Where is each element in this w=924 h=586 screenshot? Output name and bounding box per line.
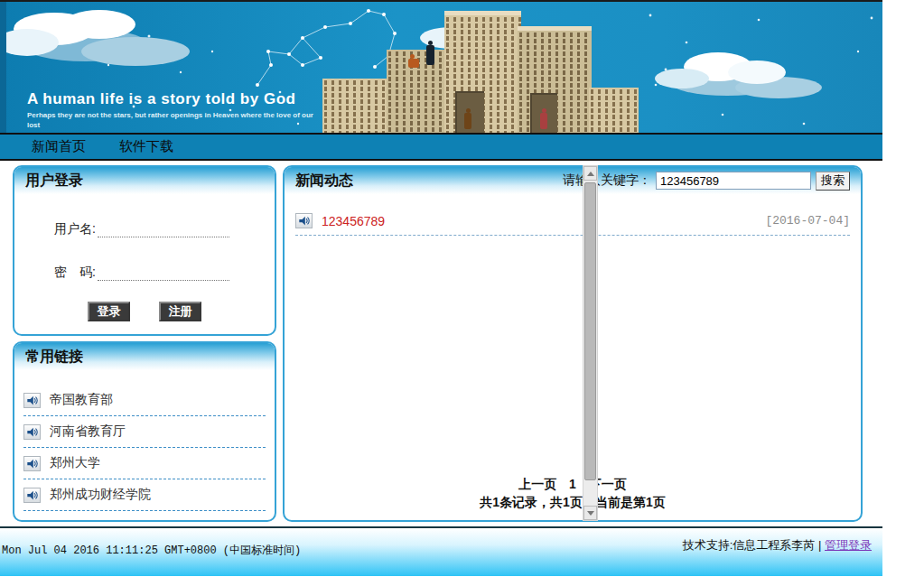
footer-divider: | bbox=[818, 538, 821, 552]
content-area: 用户登录 用户名: 密 码: 登录 注册 常用链接 bbox=[0, 161, 882, 526]
news-panel-title: 新闻动态 bbox=[295, 172, 353, 191]
speaker-icon bbox=[23, 424, 41, 440]
footer-right: 技术支持:信息工程系李芮 | 管理登录 bbox=[683, 537, 872, 553]
nav-item-software-download[interactable]: 软件下载 bbox=[119, 138, 173, 155]
link-edu-ministry[interactable]: 帝国教育部 bbox=[50, 392, 113, 408]
page: A human life is a story told by God Perh… bbox=[0, 0, 882, 576]
arrow-down-icon bbox=[587, 511, 594, 516]
pagination-current-page: 1 bbox=[569, 477, 576, 491]
news-item-date: [2016-07-04] bbox=[765, 214, 850, 228]
speaker-icon bbox=[23, 456, 41, 471]
username-row: 用户名: bbox=[54, 216, 275, 237]
link-row: 郑州大学 bbox=[23, 448, 266, 479]
login-button[interactable]: 登录 bbox=[88, 302, 130, 321]
banner: A human life is a story told by God Perh… bbox=[0, 0, 882, 133]
login-panel: 用户登录 用户名: 密 码: 登录 注册 bbox=[13, 165, 276, 336]
password-field[interactable] bbox=[98, 265, 229, 281]
banner-text: A human life is a story told by God Perh… bbox=[27, 90, 325, 133]
person-crouching bbox=[408, 59, 419, 68]
building-3 bbox=[444, 11, 521, 133]
footer: Mon Jul 04 2016 11:11:25 GMT+0800 (中国标准时… bbox=[0, 526, 882, 576]
arrow-up-icon bbox=[587, 172, 594, 176]
person-walker bbox=[464, 113, 471, 129]
pagination: 上一页 1 下一页 共1条记录，共1页，当前是第1页 bbox=[285, 477, 861, 511]
link-henan-edu[interactable]: 河南省教育厅 bbox=[50, 423, 126, 440]
search-input[interactable] bbox=[656, 172, 811, 190]
speaker-icon bbox=[295, 213, 313, 228]
banner-subtext: Perhaps they are not the stars, but rath… bbox=[27, 111, 325, 133]
links-panel-title: 常用链接 bbox=[25, 348, 83, 367]
link-chenggong-college[interactable]: 郑州成功财经学院 bbox=[50, 487, 151, 503]
login-panel-title: 用户登录 bbox=[25, 172, 83, 191]
news-item-title[interactable]: 123456789 bbox=[322, 214, 385, 228]
scrollbar-up-button[interactable] bbox=[583, 166, 597, 181]
admin-login-link[interactable]: 管理登录 bbox=[825, 538, 872, 552]
nav-item-news-home[interactable]: 新闻首页 bbox=[32, 138, 86, 155]
news-item-row: 123456789 [2016-07-04] bbox=[295, 207, 850, 236]
footer-support-text: 技术支持:信息工程系李芮 bbox=[683, 538, 816, 552]
cloud-top-left bbox=[0, 10, 190, 66]
banner-tagline: A human life is a story told by God bbox=[27, 90, 325, 108]
banner-left-strip bbox=[0, 2, 6, 133]
pagination-prev[interactable]: 上一页 bbox=[518, 477, 556, 491]
vertical-scrollbar[interactable] bbox=[583, 165, 598, 521]
link-row: 河南省教育厅 bbox=[23, 416, 266, 448]
scrollbar-thumb[interactable] bbox=[584, 182, 596, 480]
banner-subtext-line1: Perhaps they are not the stars, but rath… bbox=[27, 111, 325, 131]
doorway-2 bbox=[530, 93, 557, 133]
register-button[interactable]: 注册 bbox=[159, 302, 201, 321]
news-panel-header: 新闻动态 请输入关键字： 搜索 bbox=[285, 167, 861, 194]
login-panel-header: 用户登录 bbox=[14, 167, 275, 194]
person-suit bbox=[426, 45, 434, 65]
footer-timestamp: Mon Jul 04 2016 11:11:25 GMT+0800 (中国标准时… bbox=[2, 543, 301, 558]
building-4 bbox=[518, 26, 592, 133]
password-row: 密 码: bbox=[54, 259, 275, 281]
search-label: 请输入关键字： bbox=[563, 172, 651, 189]
banner-subtext-line2: ones pours through and shines down upon … bbox=[27, 131, 325, 133]
pagination-controls: 上一页 1 下一页 bbox=[285, 477, 861, 493]
username-field[interactable] bbox=[98, 221, 229, 237]
main-nav: 新闻首页 软件下载 bbox=[0, 133, 882, 161]
login-buttons-row: 登录 注册 bbox=[14, 302, 275, 321]
speaker-icon bbox=[23, 488, 41, 503]
link-zhengzhou-univ[interactable]: 郑州大学 bbox=[50, 455, 100, 471]
search-button[interactable]: 搜索 bbox=[816, 172, 850, 191]
scrollbar-down-button[interactable] bbox=[583, 506, 597, 520]
building-5 bbox=[589, 88, 639, 133]
news-panel: 新闻动态 请输入关键字： 搜索 123456789 [2016-07-04] 上… bbox=[283, 165, 863, 522]
doorway-1 bbox=[455, 91, 484, 133]
links-panel-header: 常用链接 bbox=[14, 343, 275, 370]
links-panel: 常用链接 帝国教育部 河南省教育厅 bbox=[13, 341, 276, 522]
cloud-right bbox=[655, 52, 822, 98]
pagination-summary: 共1条记录，共1页，当前是第1页 bbox=[285, 495, 861, 511]
person-woman bbox=[540, 113, 547, 129]
link-row: 帝国教育部 bbox=[23, 385, 266, 416]
link-row: 郑州成功财经学院 bbox=[23, 479, 266, 511]
password-label: 密 码: bbox=[54, 265, 96, 281]
username-label: 用户名: bbox=[54, 221, 96, 237]
speaker-icon bbox=[23, 393, 41, 408]
search-area: 请输入关键字： 搜索 bbox=[563, 172, 850, 191]
